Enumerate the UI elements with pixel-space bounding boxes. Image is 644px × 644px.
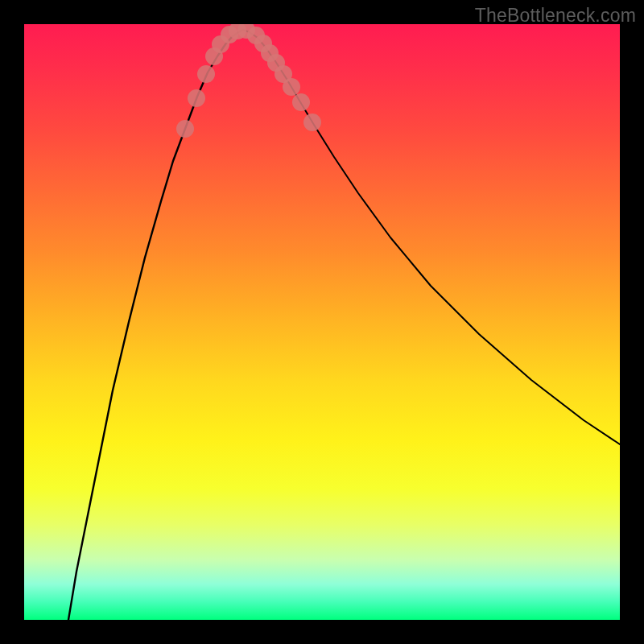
plot-area <box>24 24 620 620</box>
data-dot <box>197 65 215 83</box>
left-curve <box>68 30 243 620</box>
data-dot <box>283 78 300 96</box>
data-dot <box>188 89 205 107</box>
right-curve <box>243 30 620 444</box>
data-dots <box>176 24 321 138</box>
app-frame: TheBottleneck.com <box>0 0 644 644</box>
data-dot <box>303 114 321 131</box>
data-dot <box>292 93 310 111</box>
chart-svg <box>24 24 620 620</box>
data-dot <box>176 120 194 138</box>
watermark-text: TheBottleneck.com <box>475 5 636 27</box>
